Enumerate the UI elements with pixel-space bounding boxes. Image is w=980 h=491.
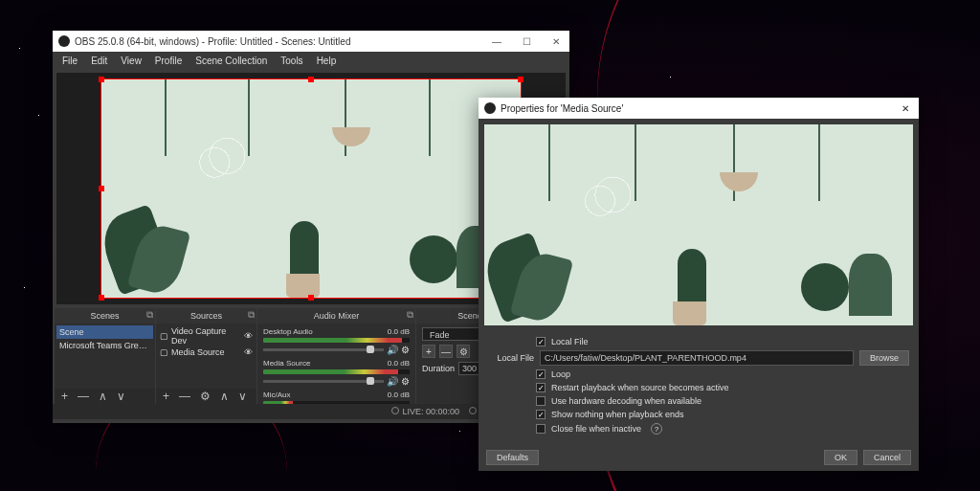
app-icon bbox=[484, 102, 496, 114]
menu-profile[interactable]: Profile bbox=[149, 54, 188, 68]
add-source-button[interactable]: + bbox=[160, 390, 172, 403]
close-button[interactable]: ✕ bbox=[548, 34, 564, 49]
transition-settings-button[interactable]: ⚙ bbox=[457, 345, 470, 358]
source-item[interactable]: ▢Video Capture Dev👁 bbox=[158, 325, 255, 346]
window-title: OBS 25.0.8 (64-bit, windows) - Profile: … bbox=[75, 36, 488, 47]
stream-indicator: LIVE: 00:00:00 bbox=[391, 407, 459, 416]
source-down-button[interactable]: ∨ bbox=[235, 390, 250, 403]
mixer-channel: Media Source0.0 dB 🔊⚙ bbox=[259, 357, 413, 389]
menu-scene-collection[interactable]: Scene Collection bbox=[189, 54, 273, 68]
popout-icon[interactable]: ⧉ bbox=[146, 309, 153, 321]
mixer-channel: Desktop Audio0.0 dB 🔊⚙ bbox=[259, 325, 413, 357]
close-button[interactable]: ✕ bbox=[898, 101, 913, 116]
gear-icon[interactable]: ⚙ bbox=[401, 345, 410, 355]
duration-label: Duration bbox=[422, 364, 455, 373]
speaker-icon[interactable]: 🔊 bbox=[387, 376, 398, 387]
loop-checkbox[interactable] bbox=[536, 369, 546, 379]
audio-mixer-panel: Audio Mixer⧉ Desktop Audio0.0 dB 🔊⚙ Medi… bbox=[257, 308, 415, 404]
show-nothing-checkbox[interactable] bbox=[536, 410, 546, 419]
volume-slider[interactable] bbox=[263, 348, 384, 351]
add-transition-button[interactable]: + bbox=[422, 345, 435, 358]
remove-scene-button[interactable]: — bbox=[75, 390, 92, 403]
sources-panel: Sources⧉ ▢Video Capture Dev👁 ▢Media Sour… bbox=[156, 308, 256, 404]
help-icon[interactable]: ? bbox=[651, 423, 662, 435]
scene-item[interactable]: Scene bbox=[56, 325, 153, 339]
close-file-checkbox[interactable] bbox=[536, 424, 546, 434]
dialog-title: Properties for 'Media Source' bbox=[501, 103, 898, 114]
panel-title: Audio Mixer bbox=[314, 311, 360, 321]
menu-view[interactable]: View bbox=[115, 54, 147, 68]
source-type-icon: ▢ bbox=[160, 331, 168, 341]
visibility-icon[interactable]: 👁 bbox=[244, 347, 253, 357]
panel-title: Scenes bbox=[90, 311, 119, 321]
volume-slider[interactable] bbox=[263, 380, 384, 383]
resize-handle[interactable] bbox=[99, 77, 104, 82]
scene-down-button[interactable]: ∨ bbox=[114, 390, 128, 403]
panel-title: Sources bbox=[190, 311, 222, 321]
ok-button[interactable]: OK bbox=[824, 450, 858, 465]
app-icon bbox=[58, 35, 70, 47]
preview-canvas[interactable] bbox=[100, 78, 522, 299]
add-scene-button[interactable]: + bbox=[58, 390, 71, 403]
checkbox-label: Close file when inactive bbox=[551, 424, 641, 434]
local-file-checkbox[interactable] bbox=[536, 337, 546, 346]
local-file-input[interactable] bbox=[540, 350, 854, 366]
resize-handle[interactable] bbox=[99, 186, 104, 191]
menu-file[interactable]: File bbox=[56, 54, 83, 68]
media-preview-image bbox=[101, 79, 521, 298]
checkbox-label: Local File bbox=[551, 337, 589, 346]
remove-source-button[interactable]: — bbox=[176, 390, 193, 403]
checkbox-label: Show nothing when playback ends bbox=[551, 410, 684, 419]
checkbox-label: Use hardware decoding when available bbox=[551, 396, 702, 406]
source-settings-button[interactable]: ⚙ bbox=[197, 390, 213, 403]
hardware-checkbox[interactable] bbox=[536, 396, 546, 406]
popout-icon[interactable]: ⧉ bbox=[407, 309, 413, 321]
source-up-button[interactable]: ∧ bbox=[217, 390, 232, 403]
gear-icon[interactable]: ⚙ bbox=[401, 376, 410, 387]
defaults-button[interactable]: Defaults bbox=[486, 450, 539, 465]
speaker-icon[interactable]: 🔊 bbox=[387, 345, 398, 355]
source-type-icon: ▢ bbox=[160, 347, 168, 357]
titlebar[interactable]: OBS 25.0.8 (64-bit, windows) - Profile: … bbox=[53, 31, 569, 52]
checkbox-label: Loop bbox=[551, 369, 570, 379]
scene-item[interactable]: Microsoft Teams Green Screen bbox=[56, 339, 153, 352]
popout-icon[interactable]: ⧉ bbox=[248, 309, 255, 321]
resize-handle[interactable] bbox=[518, 77, 523, 82]
resize-handle[interactable] bbox=[99, 295, 104, 301]
checkbox-label: Restart playback when source becomes act… bbox=[551, 383, 729, 392]
visibility-icon[interactable]: 👁 bbox=[244, 331, 253, 341]
scenes-panel: Scenes⧉ Scene Microsoft Teams Green Scre… bbox=[55, 308, 155, 404]
minimize-button[interactable]: — bbox=[488, 34, 505, 49]
properties-preview bbox=[484, 124, 913, 325]
scene-up-button[interactable]: ∧ bbox=[96, 390, 110, 403]
field-label: Local File bbox=[488, 353, 534, 363]
mixer-channel: Mic/Aux0.0 dB bbox=[259, 389, 413, 404]
maximize-button[interactable]: ☐ bbox=[519, 34, 535, 49]
cancel-button[interactable]: Cancel bbox=[863, 450, 911, 465]
source-item[interactable]: ▢Media Source👁 bbox=[158, 346, 255, 358]
menu-help[interactable]: Help bbox=[311, 54, 343, 68]
remove-transition-button[interactable]: — bbox=[439, 345, 453, 358]
restart-checkbox[interactable] bbox=[536, 383, 546, 392]
menu-tools[interactable]: Tools bbox=[275, 54, 308, 68]
resize-handle[interactable] bbox=[308, 295, 314, 301]
menu-edit[interactable]: Edit bbox=[85, 54, 113, 68]
menubar: File Edit View Profile Scene Collection … bbox=[53, 52, 569, 69]
resize-handle[interactable] bbox=[308, 77, 314, 82]
browse-button[interactable]: Browse bbox=[859, 350, 909, 366]
dialog-titlebar[interactable]: Properties for 'Media Source' ✕ bbox=[479, 98, 919, 119]
properties-dialog: Properties for 'Media Source' ✕ Local Fi… bbox=[479, 98, 919, 471]
